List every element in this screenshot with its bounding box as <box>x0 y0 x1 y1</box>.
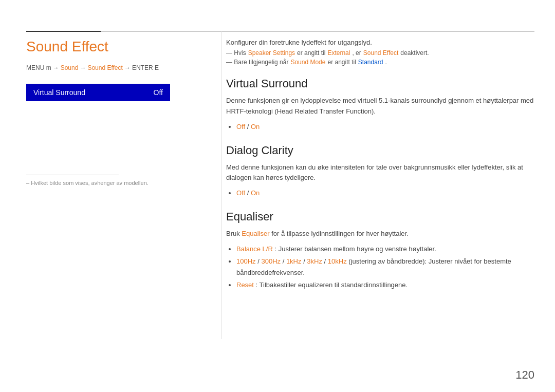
note2: — Bare tilgjengelig når Sound Mode er an… <box>226 59 534 66</box>
vs-off: Off <box>236 123 245 130</box>
virtual-surround-menu-item[interactable]: Virtual Surround Off <box>26 84 170 101</box>
note1-link2[interactable]: External <box>327 49 350 57</box>
virtual-surround-body: Denne funksjonen gir en lydopplevelse me… <box>226 96 534 117</box>
left-panel: Sound Effect MENU m → Sound → Sound Effe… <box>26 39 196 101</box>
eq-balance[interactable]: Balance L/R <box>236 245 273 253</box>
eq-1khz[interactable]: 1kHz <box>286 257 302 265</box>
note1-mid2: , er <box>352 49 361 57</box>
eq-balance-suffix: : Justerer balansen mellom høyre og vens… <box>274 245 436 253</box>
eq-bullet-1: Balance L/R : Justerer balansen mellom h… <box>236 244 534 255</box>
note1: — Hvis Speaker Settings er angitt til Ex… <box>226 49 534 57</box>
dc-on: On <box>251 189 260 197</box>
dialog-clarity-title: Dialog Clarity <box>226 144 534 157</box>
breadcrumb-sound-effect[interactable]: Sound Effect <box>87 64 123 71</box>
breadcrumb-arrow-2: → <box>80 64 86 71</box>
note2-end: . <box>385 59 387 66</box>
equaliser-intro: Bruk Equaliser for å tilpasse lydinnstil… <box>226 229 534 239</box>
virtual-surround-bullets: Off / On <box>226 121 534 133</box>
note2-prefix: — Bare tilgjengelig når <box>226 59 288 66</box>
dialog-clarity-bullets: Off / On <box>226 188 534 199</box>
eq-10khz[interactable]: 10kHz <box>328 257 347 265</box>
note2-link[interactable]: Sound Mode <box>290 59 325 66</box>
dc-slash: / <box>247 189 251 197</box>
breadcrumb-enter: ENTER E <box>132 64 159 71</box>
top-accent <box>26 31 101 32</box>
breadcrumb: MENU m → Sound → Sound Effect → ENTER E <box>26 64 196 71</box>
right-panel: Konfigurer din foretrukne lydeffekt for … <box>226 39 534 292</box>
breadcrumb-arrow-3: → <box>124 64 131 71</box>
eq-bullet-2: 100Hz / 300Hz / 1kHz / 3kHz / 10kHz (jus… <box>236 256 534 278</box>
intro-text: Konfigurer din foretrukne lydeffekt for … <box>226 39 534 46</box>
eq-intro-prefix: Bruk <box>226 230 242 237</box>
note1-link3[interactable]: Sound Effect <box>363 49 399 57</box>
dc-off: Off <box>236 189 245 197</box>
virtual-surround-title: Virtual Surround <box>226 77 534 90</box>
vs-slash: / <box>247 123 251 130</box>
eq-intro-suffix: for å tilpasse lydinnstillingen for hver… <box>271 230 409 237</box>
eq-3khz[interactable]: 3kHz <box>307 257 322 265</box>
note2-link2[interactable]: Standard <box>358 59 383 66</box>
breadcrumb-sound[interactable]: Sound <box>61 64 79 71</box>
vs-on: On <box>251 123 260 130</box>
dc-bullet-1: Off / On <box>236 188 534 199</box>
note1-suffix: deaktivert. <box>400 49 429 57</box>
eq-bullet-3: Reset : Tilbakestiller equalizeren til s… <box>236 279 534 291</box>
dialog-clarity-body: Med denne funksjonen kan du øke intensit… <box>226 162 534 184</box>
equaliser-title: Equaliser <box>226 210 534 223</box>
note1-link1[interactable]: Speaker Settings <box>248 49 295 57</box>
equaliser-bullets: Balance L/R : Justerer balansen mellom h… <box>226 244 534 291</box>
left-divider <box>26 175 119 175</box>
eq-100hz[interactable]: 100Hz <box>236 257 256 265</box>
page-number: 120 <box>515 368 534 382</box>
note2-suffix: er angitt til <box>327 59 356 66</box>
note1-mid: er angitt til <box>297 49 325 57</box>
eq-sep4: / <box>324 257 328 265</box>
menu-item-label: Virtual Surround <box>33 88 85 97</box>
eq-intro-link[interactable]: Equaliser <box>242 230 269 237</box>
eq-reset-suffix: : Tilbakestiller equalizeren til standar… <box>256 281 408 289</box>
eq-sep2: / <box>283 257 286 265</box>
menu-item-value: Off <box>154 88 163 97</box>
breadcrumb-menu: MENU m <box>26 64 51 71</box>
vertical-divider <box>221 31 221 339</box>
note1-prefix: — Hvis <box>226 49 246 57</box>
left-note: – Hvilket bilde som vises, avhenger av m… <box>26 180 149 186</box>
eq-300hz[interactable]: 300Hz <box>261 257 281 265</box>
vs-bullet-1: Off / On <box>236 121 534 133</box>
eq-reset[interactable]: Reset <box>236 281 254 289</box>
top-divider <box>26 31 534 32</box>
breadcrumb-arrow-1: → <box>53 64 59 71</box>
page-title: Sound Effect <box>26 39 196 55</box>
